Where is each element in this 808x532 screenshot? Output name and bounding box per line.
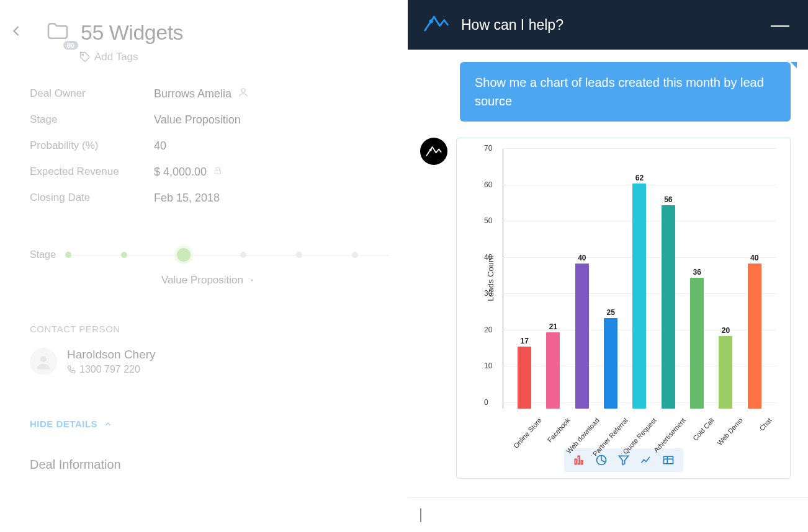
bar-value-label: 20 [722, 326, 730, 335]
bar-quote-request[interactable]: 62 [625, 174, 653, 409]
x-label: Chat [750, 411, 792, 453]
phone-icon [67, 365, 76, 374]
contact-person-section: CONTACT PERSON Haroldson Chery 1300 797 … [30, 324, 408, 375]
field-value-stage[interactable]: Value Proposition [154, 113, 241, 126]
y-tick: 60 [484, 180, 492, 189]
deal-detail-panel: 80 55 Widgets Add Tags Deal Owner Burrow… [0, 0, 408, 532]
chat-input[interactable] [408, 497, 808, 532]
y-tick: 70 [484, 144, 492, 153]
chat-body: Show me a chart of leads created this mo… [408, 50, 808, 497]
user-message-bubble: Show me a chart of leads created this mo… [460, 62, 791, 122]
field-label-stage: Stage [30, 113, 154, 126]
stage-dropdown[interactable]: Value Proposition [161, 274, 408, 286]
deal-info-table: Deal Owner Burrows Amelia Stage Value Pr… [30, 81, 408, 211]
bar-chart: Leads Count 0102030405060701721402562563… [464, 148, 783, 409]
stage-dot-6[interactable] [352, 252, 358, 258]
deal-title: 55 Widgets [81, 20, 183, 45]
bar-web-demo[interactable]: 20 [711, 326, 740, 409]
field-value-revenue[interactable]: $ 4,000.00 [154, 166, 223, 179]
text-cursor-icon [420, 508, 421, 522]
zia-header-title: How can I help? [461, 17, 767, 33]
field-value-owner[interactable]: Burrows Amelia [154, 87, 249, 101]
contact-avatar[interactable] [30, 348, 57, 375]
contact-section-heading: CONTACT PERSON [30, 324, 408, 334]
bar-value-label: 36 [693, 268, 701, 277]
svg-point-4 [430, 20, 433, 23]
y-tick: 10 [484, 361, 492, 370]
bar-value-label: 21 [549, 322, 557, 331]
svg-rect-2 [215, 170, 220, 174]
stage-progress-strip: Stage [30, 248, 408, 262]
y-tick: 0 [484, 398, 488, 407]
bar-value-label: 25 [606, 308, 614, 317]
field-label-owner: Deal Owner [30, 87, 154, 100]
hide-details-toggle[interactable]: HIDE DETAILS [30, 419, 408, 429]
bar-advertisement[interactable]: 56 [654, 195, 683, 409]
zia-assistant-panel: How can I help? — Show me a chart of lea… [408, 0, 808, 532]
deal-information-heading: Deal Information [30, 458, 408, 472]
field-value-closing[interactable]: Feb 15, 2018 [154, 192, 220, 205]
deal-score-badge: 80 [63, 41, 78, 50]
zia-header: How can I help? — [408, 0, 808, 50]
table-icon[interactable] [657, 451, 680, 469]
deal-folder-icon: 80 [43, 19, 72, 46]
chart-response-card: Leads Count 0102030405060701721402562563… [456, 138, 791, 479]
bar-cold-call[interactable]: 36 [683, 268, 711, 409]
chevron-up-icon [104, 420, 112, 428]
y-tick: 40 [484, 253, 492, 262]
contact-phone[interactable]: 1300 797 220 [67, 364, 156, 375]
lock-icon [213, 166, 223, 179]
bar-value-label: 62 [635, 174, 644, 182]
bar-chat[interactable]: 40 [740, 254, 769, 409]
field-label-closing: Closing Date [30, 192, 154, 204]
bar-value-label: 56 [664, 195, 672, 204]
stage-strip-label: Stage [30, 249, 65, 260]
bar-value-label: 40 [578, 254, 586, 262]
bar-value-label: 17 [520, 337, 528, 345]
stage-dot-5[interactable] [296, 252, 302, 258]
add-tags-label: Add Tags [94, 51, 138, 63]
bar-value-label: 40 [750, 254, 758, 262]
svg-point-5 [430, 149, 431, 151]
y-tick: 50 [484, 216, 492, 225]
contact-name[interactable]: Haroldson Chery [67, 348, 156, 361]
bar-facebook[interactable]: 21 [539, 322, 567, 409]
field-value-probability[interactable]: 40 [154, 140, 166, 153]
stage-dot-1[interactable] [65, 252, 71, 258]
stage-dot-2[interactable] [121, 252, 127, 258]
line-chart-icon[interactable] [635, 451, 657, 469]
svg-point-1 [241, 89, 245, 92]
bar-web-download[interactable]: 40 [568, 254, 596, 409]
svg-rect-10 [663, 456, 673, 464]
svg-rect-6 [575, 459, 577, 464]
back-arrow-icon[interactable] [5, 20, 27, 45]
bar-partner-referral[interactable]: 25 [596, 308, 625, 409]
svg-rect-8 [581, 461, 583, 464]
chevron-down-icon [248, 277, 256, 284]
funnel-icon[interactable] [613, 451, 635, 469]
field-label-revenue: Expected Revenue [30, 166, 154, 178]
stage-dot-current[interactable] [177, 248, 191, 262]
bar-online-store[interactable]: 17 [510, 337, 539, 409]
y-tick: 20 [484, 326, 492, 334]
minimize-button[interactable]: — [767, 14, 793, 35]
add-tags-button[interactable]: Add Tags [79, 51, 408, 63]
svg-point-0 [82, 54, 83, 55]
person-icon [238, 87, 249, 101]
stage-dot-4[interactable] [240, 252, 246, 258]
svg-rect-7 [578, 456, 580, 464]
zia-logo-icon [423, 11, 450, 38]
zia-bot-avatar [420, 138, 447, 165]
y-tick: 30 [484, 289, 492, 298]
svg-point-3 [40, 356, 47, 362]
field-label-probability: Probability (%) [30, 140, 154, 152]
